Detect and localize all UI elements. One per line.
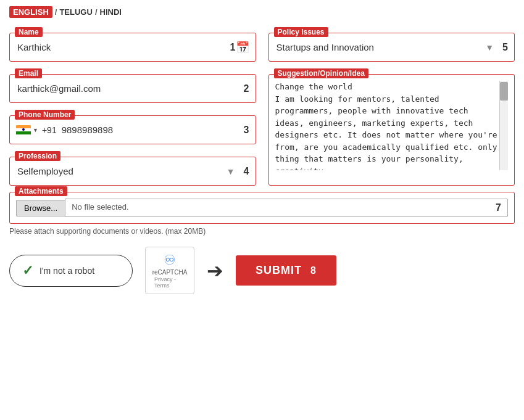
phone-label: Phone Number xyxy=(15,110,75,120)
email-field-group: Email 2 xyxy=(9,74,256,103)
captcha-box[interactable]: ✓ I'm not a robot xyxy=(9,255,133,287)
captcha-checkmark: ✓ xyxy=(22,263,33,279)
profession-field-group: Profession Selfemployed Student Employee… xyxy=(9,157,256,186)
recaptcha-links[interactable]: Privacy - Terms xyxy=(154,276,185,289)
calendar-icon[interactable]: 📅 xyxy=(236,41,249,54)
phone-dropdown-arrow[interactable]: ▼ xyxy=(33,127,38,133)
name-input[interactable] xyxy=(16,39,225,55)
recaptcha-brand-text: reCAPTCHA xyxy=(152,268,188,276)
lang-telugu[interactable]: TELUGU xyxy=(59,7,92,17)
submit-arrow-icon: ➔ xyxy=(207,259,223,282)
submit-badge: 8 xyxy=(310,265,317,276)
suggestion-textarea[interactable]: Change the world I am looking for mentor… xyxy=(275,81,500,170)
profession-badge: 4 xyxy=(244,166,249,177)
submit-button[interactable]: SUBMIT 8 xyxy=(236,255,336,286)
submit-label: SUBMIT xyxy=(256,264,302,276)
india-flag-icon xyxy=(16,125,31,135)
phone-country-code: +91 xyxy=(42,125,57,135)
policy-select[interactable]: Startups and Innovation Agriculture Educ… xyxy=(275,39,498,55)
left-column: Name 1 📅 Email 2 Phone Number xyxy=(9,29,256,186)
phone-field-group: Phone Number ▼ +91 3 xyxy=(9,115,256,144)
main-form: Name 1 📅 Email 2 Phone Number xyxy=(9,29,515,186)
right-column: Policy Issues Startups and Innovation Ag… xyxy=(268,29,515,186)
scrollbar[interactable] xyxy=(499,81,508,170)
name-label: Name xyxy=(15,27,43,37)
suggestion-wrapper: Change the world I am looking for mentor… xyxy=(275,81,509,170)
lang-sep2: / xyxy=(95,7,98,17)
language-bar: ENGLISH / TELUGU / HINDI xyxy=(9,6,515,18)
email-input[interactable] xyxy=(16,81,239,96)
profession-select[interactable]: Selfemployed Student Employee Business O… xyxy=(16,163,239,179)
bottom-section: ✓ I'm not a robot ♾ reCAPTCHA Privacy - … xyxy=(9,247,515,294)
attachments-section: Attachments Browse... No file selected. … xyxy=(9,192,515,236)
recaptcha-brand-box: ♾ reCAPTCHA Privacy - Terms xyxy=(145,247,194,294)
name-field-group: Name 1 📅 xyxy=(9,33,256,62)
phone-input[interactable] xyxy=(60,122,235,138)
email-wrapper: 2 xyxy=(16,81,249,96)
suggestion-label: Suggestion/Opinion/Idea xyxy=(274,68,368,78)
policy-badge: 5 xyxy=(502,42,508,53)
attachments-badge: 7 xyxy=(496,202,501,213)
email-label: Email xyxy=(15,68,42,78)
name-badge: 1 xyxy=(230,42,236,53)
attachments-label: Attachments xyxy=(15,186,67,196)
policy-wrapper: Startups and Innovation Agriculture Educ… xyxy=(275,39,509,55)
policy-label: Policy Issues xyxy=(274,27,328,37)
scrollbar-thumb xyxy=(500,82,508,101)
phone-wrapper: ▼ +91 3 xyxy=(16,122,249,138)
profession-wrapper: Selfemployed Student Employee Business O… xyxy=(16,163,249,179)
attachments-field-group: Attachments Browse... No file selected. … xyxy=(9,192,515,224)
file-name-display: No file selected. 7 xyxy=(65,199,508,217)
browse-button[interactable]: Browse... xyxy=(16,200,65,216)
lang-sep1: / xyxy=(55,7,57,17)
phone-badge: 3 xyxy=(244,125,249,136)
flag-container[interactable]: ▼ xyxy=(16,125,38,135)
lang-hindi[interactable]: HINDI xyxy=(100,7,122,17)
email-badge: 2 xyxy=(244,83,249,94)
suggestion-field-group: Suggestion/Opinion/Idea Change the world… xyxy=(268,74,515,186)
recaptcha-logo-icon: ♾ xyxy=(164,252,176,268)
file-placeholder-text: No file selected. xyxy=(72,202,129,212)
attachment-hint-text: Please attach supporting documents or vi… xyxy=(9,227,515,236)
policy-field-group: Policy Issues Startups and Innovation Ag… xyxy=(268,33,515,62)
policy-select-wrapper: Startups and Innovation Agriculture Educ… xyxy=(275,39,498,55)
captcha-label: I'm not a robot xyxy=(40,266,94,276)
profession-select-wrapper: Selfemployed Student Employee Business O… xyxy=(16,163,239,179)
attachments-inner: Browse... No file selected. 7 xyxy=(16,199,508,217)
profession-label: Profession xyxy=(15,151,60,161)
name-wrapper: 1 📅 xyxy=(16,39,249,55)
lang-english[interactable]: ENGLISH xyxy=(9,6,52,18)
